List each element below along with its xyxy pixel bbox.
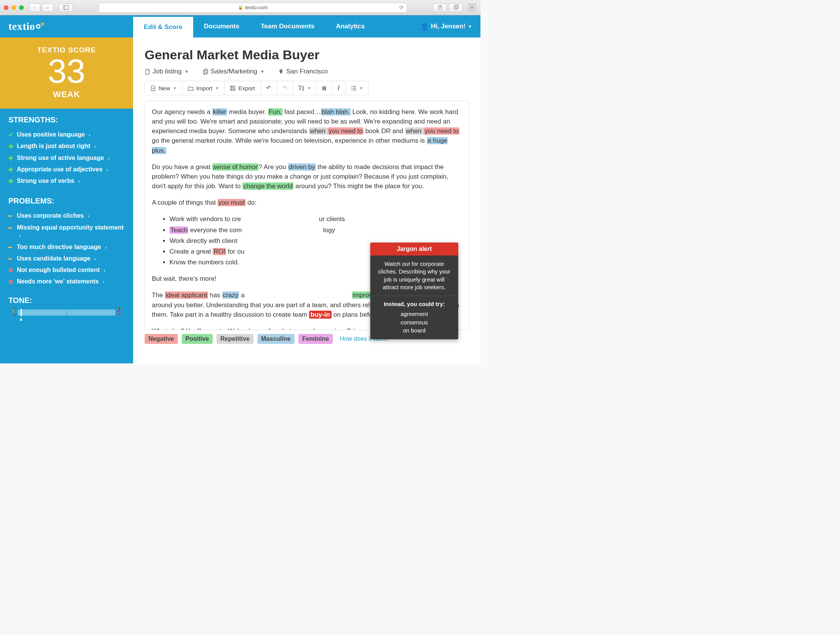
import-button[interactable]: Import▼ [182,81,225,95]
category-select[interactable]: Sales/Marketing▼ [203,68,265,75]
tone-indicator-icon: ▲ [19,316,23,322]
lock-icon: 🔒 [238,5,243,10]
close-window[interactable] [4,5,8,10]
tooltip-body: Watch out for corporate cliches. Describ… [370,256,458,296]
tone-slider[interactable]: ▲ [18,309,116,316]
legend-feminine[interactable]: Feminine [298,334,333,344]
user-icon: 👤 [420,23,428,31]
reload-icon[interactable]: ⟳ [399,5,404,10]
document-title: General Market Media Buyer [145,47,469,62]
new-button[interactable]: New▼ [145,81,182,95]
problem-item[interactable]: ✖Needs more 'we' statements › [8,276,125,287]
brand-logo[interactable]: textio [8,20,44,33]
tabs-button[interactable] [449,3,463,12]
problem-item[interactable]: ━Too much directive language › [8,241,125,253]
url-text: textio.com [245,5,267,10]
logo-bar: textio [0,15,133,37]
chevron-right-icon: › [88,213,90,219]
copy-icon [203,69,208,75]
text-icon: T┃ [298,85,305,91]
maximize-window[interactable] [19,5,24,10]
list-button[interactable]: ▼ [345,81,368,95]
strength-item[interactable]: ✔Uses positive language › [8,129,125,140]
problem-item[interactable]: ━Missing equal opportunity statement › [8,222,125,241]
x-icon: ✖ [8,267,17,274]
strength-item[interactable]: ✚Strong use of verbs › [8,175,125,187]
suggestion-option[interactable]: agreement [376,310,453,318]
back-button[interactable]: ‹ [29,3,41,12]
chevron-right-icon: › [19,233,21,239]
problem-item[interactable]: ━Uses corporate cliches › [8,210,125,221]
highlight-negative[interactable]: ROI [213,248,226,255]
forward-button[interactable]: › [42,3,54,12]
bold-button[interactable]: B [317,81,332,95]
suggestion-option[interactable]: on board [376,326,453,335]
svg-point-7 [280,70,282,71]
chevron-right-icon: › [89,132,90,138]
tab-team-documents[interactable]: Team Documents [250,15,325,37]
logo-dot-icon [41,23,44,26]
chevron-right-icon: › [108,156,109,161]
dash-icon: ━ [8,212,17,220]
strength-item[interactable]: ✚Appropriate use of adjectives › [8,164,125,175]
strengths-heading: STRENGTHS: [8,116,125,124]
legend-negative[interactable]: Negative [145,334,178,344]
italic-icon: I [337,84,340,92]
highlight-negative[interactable]: ideal applicant [165,291,208,299]
tone-slider-thumb[interactable] [21,309,22,316]
svg-rect-0 [63,5,68,10]
highlight-masculine[interactable]: crazy [222,291,239,299]
highlight-negative[interactable]: you need to [328,127,363,135]
chevron-down-icon: ▼ [307,86,311,90]
main-area: Edit & Score Documents Team Documents An… [133,15,480,363]
user-menu[interactable]: 👤 Hi, Jensen! ▼ [412,15,480,37]
chevron-down-icon: ▼ [468,24,472,29]
highlight-positive[interactable]: change the world [243,182,293,190]
highlight-positive[interactable]: sense of humor [212,163,259,171]
legend-masculine[interactable]: Masculine [257,334,295,344]
score-label: WEAK [0,90,133,99]
tab-edit-score[interactable]: Edit & Score [133,15,193,37]
sidebar-toggle[interactable] [59,3,73,12]
location-display[interactable]: San Francisco [278,68,328,75]
x-icon: ✖ [8,278,17,286]
highlight-negative[interactable]: you need to [424,127,459,135]
svg-rect-6 [204,69,207,73]
new-tab-button[interactable]: + [467,3,477,12]
export-button[interactable]: Export [225,81,260,95]
plus-icon: ✚ [8,177,17,185]
highlight-masculine[interactable]: blah blah. [321,108,351,116]
redo-button[interactable]: ↷ [277,81,293,95]
url-bar[interactable]: 🔒 textio.com ⟳ [99,3,407,13]
tab-analytics[interactable]: Analytics [325,15,376,37]
highlight-positive[interactable]: Fun, [268,108,283,116]
legend-positive[interactable]: Positive [182,334,213,344]
highlight-selected[interactable]: buy-in [309,311,332,319]
highlight-masculine[interactable]: driven by [288,163,316,171]
tooltip-title: Jargon alert [370,243,458,256]
text-style-button[interactable]: T┃▼ [293,81,317,95]
strength-item[interactable]: ✚Length is just about right › [8,140,125,152]
highlight-feminine[interactable]: Teach [169,226,188,234]
highlight-negative[interactable]: you must [218,199,246,206]
problem-item[interactable]: ✖Not enough bulleted content › [8,264,125,276]
suggestion-option[interactable]: consensus [376,318,453,327]
legend-repetitive[interactable]: Repetitive [217,334,253,344]
document-icon [145,69,150,75]
female-icon: 🚶‍♀️ [114,307,124,316]
share-button[interactable] [433,3,447,12]
italic-button[interactable]: I [332,81,345,95]
sidebar: textio TEXTIO SCORE 33 WEAK STRENGTHS: ✔… [0,15,133,363]
check-icon: ✔ [8,131,17,139]
strength-item[interactable]: ✚Strong use of active language › [8,152,125,164]
top-nav: Edit & Score Documents Team Documents An… [133,15,480,37]
highlight-masculine[interactable]: killer [212,108,227,116]
highlight-repetitive[interactable]: when [309,127,328,135]
dash-icon: ━ [8,244,17,251]
doc-type-select[interactable]: Job listing▼ [145,68,189,75]
minimize-window[interactable] [11,5,16,10]
highlight-repetitive[interactable]: when [405,127,424,135]
problem-item[interactable]: ━Uses candidate language › [8,253,125,264]
tab-documents[interactable]: Documents [193,15,250,37]
undo-button[interactable]: ↶ [261,81,277,95]
